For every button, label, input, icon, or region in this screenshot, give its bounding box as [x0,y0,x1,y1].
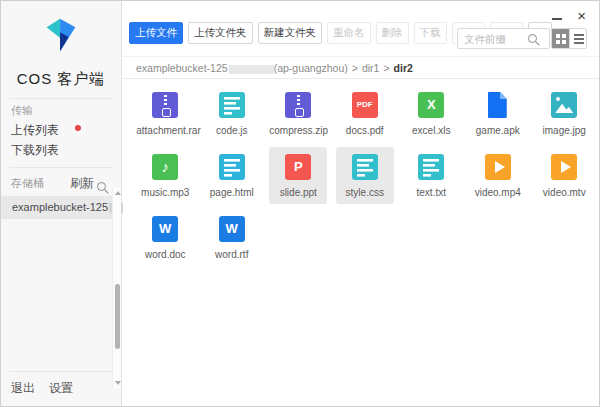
cos-logo-icon [38,12,84,58]
file-name: docs.pdf [336,125,394,136]
upload-badge-dot [75,125,81,131]
file-name: attachment.rar [136,125,194,136]
toolbar-button[interactable]: 新建文件夹 [258,22,323,44]
music-file-icon [152,154,178,180]
window-controls: × [552,10,586,22]
logout-link[interactable]: 退出 [11,381,35,395]
lines-file-icon [352,154,378,180]
play-file-icon [551,154,577,180]
breadcrumb-bucket[interactable]: examplebucket-125 [136,62,228,74]
letter-file-icon: W [152,216,178,242]
file-name: text.txt [402,187,460,198]
file-tile[interactable]: page.html [203,147,261,204]
app-title: COS 客户端 [1,70,121,89]
sidebar-divider [9,98,113,99]
sidebar-divider [9,167,113,168]
file-tile[interactable]: attachment.rar [136,85,194,142]
file-tile[interactable]: code.js [203,85,261,142]
file-tile[interactable]: text.txt [402,147,460,204]
file-name: music.mp3 [136,187,194,198]
scrollbar-thumb[interactable] [115,284,120,349]
file-name: excel.xls [402,125,460,136]
file-tile[interactable]: music.mp3 [136,147,194,204]
file-tile[interactable]: compress.zip [269,85,327,142]
file-name: slide.ppt [269,187,327,198]
file-name: video.mtv [535,187,593,198]
toolbar-button[interactable]: 上传文件夹 [188,22,253,44]
breadcrumb-dir2-current[interactable]: dir2 [394,62,413,74]
cos-client-window: COS 客户端 传输 上传列表 下载列表 存储桶 刷新 examplebucke… [0,0,600,407]
breadcrumb-separator: > [383,62,389,74]
bucket-list-item-selected[interactable]: examplebucket-125 [1,196,114,219]
file-name: style.css [336,187,394,198]
settings-link[interactable]: 设置 [49,381,73,395]
bucket-section-label: 存储桶 [11,176,44,191]
lines-file-icon [418,154,444,180]
file-name: word.rtf [203,249,261,260]
close-button[interactable]: × [577,10,586,22]
lines-file-icon [219,92,245,118]
file-name: image.jpg [535,125,593,136]
zipper-file-icon [285,92,311,118]
scroll-down-icon[interactable] [115,381,121,385]
letter-file-icon: P [285,154,311,180]
image-file-icon [551,92,577,118]
letter-file-icon: PDF [352,92,378,118]
bucket-refresh-link[interactable]: 刷新 [70,175,94,192]
file-tile[interactable]: video.mp4 [469,147,527,204]
file-name: word.doc [136,249,194,260]
file-tile[interactable]: video.mtv [535,147,593,204]
file-tile[interactable]: Wword.doc [136,209,194,266]
file-tile[interactable]: game.apk [469,85,527,142]
breadcrumb: examplebucket-125(ap-guangzhou)>dir1>dir… [123,56,599,79]
breadcrumb-separator: > [352,62,358,74]
file-grid: attachment.rarcode.jscompress.zipPDFdocs… [132,85,598,266]
letter-file-icon: W [219,216,245,242]
search-icon [528,34,537,43]
grid-view-button[interactable] [552,29,569,48]
toolbar-button: 下载 [414,22,447,44]
toolbar-button: 重命名 [327,22,371,44]
file-name: compress.zip [269,125,327,136]
file-tile[interactable]: PDFdocs.pdf [336,85,394,142]
logo-area: COS 客户端 [1,1,121,89]
list-view-button[interactable] [569,29,586,48]
main-panel: × 上传文件上传文件夹新建文件夹重命名删除下载复制粘贴 ↻ examplebuc… [123,1,599,406]
redacted-text [229,65,274,74]
zipper-file-icon [152,92,178,118]
bucket-search-icon[interactable] [97,177,106,195]
lines-file-icon [219,154,245,180]
file-name: game.apk [469,125,527,136]
sidebar: COS 客户端 传输 上传列表 下载列表 存储桶 刷新 examplebucke… [1,1,122,406]
breadcrumb-dir1[interactable]: dir1 [362,62,380,74]
sidebar-footer: 退出设置 [11,380,87,397]
sidebar-item-download-list[interactable]: 下载列表 [11,142,59,159]
file-name: video.mp4 [469,187,527,198]
toolbar-button: 删除 [376,22,409,44]
view-toggle [551,28,587,49]
file-tile[interactable]: style.css [336,147,394,204]
file-prefix-search-input[interactable] [458,33,528,45]
docfold-file-icon [485,92,511,118]
bucket-list-scrollbar[interactable] [112,187,121,389]
file-name: code.js [203,125,261,136]
letter-file-icon: X [418,92,444,118]
minimize-button[interactable] [552,18,562,20]
toolbar-button[interactable]: 上传文件 [129,22,183,44]
play-file-icon [485,154,511,180]
scroll-up-icon[interactable] [115,191,121,195]
sidebar-item-upload-list[interactable]: 上传列表 [11,122,59,139]
file-tile[interactable]: Wword.rtf [203,209,261,266]
file-tile[interactable]: image.jpg [535,85,593,142]
bucket-name: examplebucket-125 [12,201,108,213]
file-name: page.html [203,187,261,198]
transfer-section-label: 传输 [11,103,33,118]
file-tile[interactable]: Pslide.ppt [269,147,327,204]
breadcrumb-region: (ap-guangzhou) [274,62,348,74]
file-search-box[interactable] [457,28,550,49]
file-tile[interactable]: Xexcel.xls [402,85,460,142]
sidebar-divider [9,371,113,372]
